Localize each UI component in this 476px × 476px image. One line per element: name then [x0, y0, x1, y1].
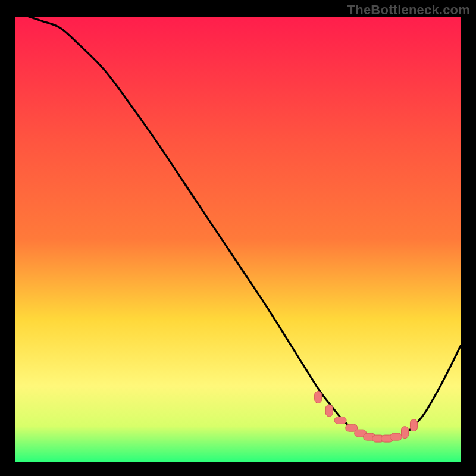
chart-svg	[15, 17, 461, 462]
marker-pill	[410, 419, 417, 431]
gradient-bg	[15, 17, 461, 462]
marker-pill	[390, 433, 402, 440]
marker-pill	[334, 416, 346, 424]
marker-pill	[325, 405, 333, 416]
plot-frame	[15, 17, 461, 462]
chart-root: TheBottleneck.com	[0, 0, 476, 476]
marker-pill	[315, 392, 322, 403]
marker-pill	[402, 427, 409, 439]
watermark-text: TheBottleneck.com	[347, 2, 470, 18]
